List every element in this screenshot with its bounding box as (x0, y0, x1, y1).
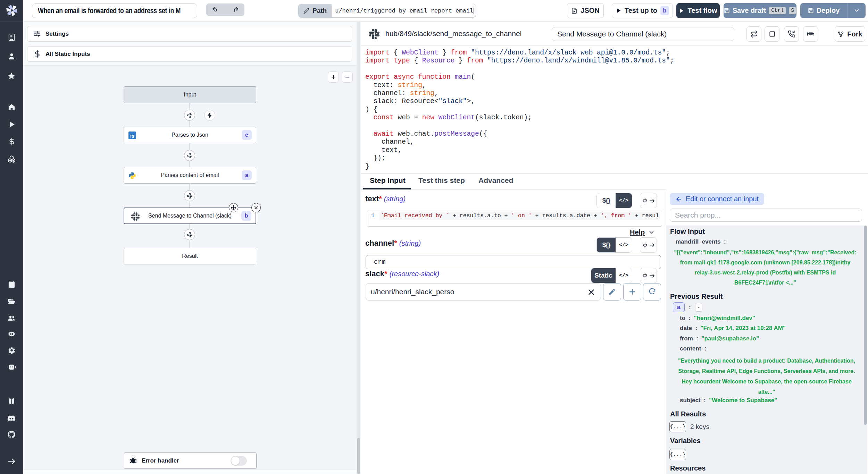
svg-text:TS: TS (130, 134, 134, 138)
